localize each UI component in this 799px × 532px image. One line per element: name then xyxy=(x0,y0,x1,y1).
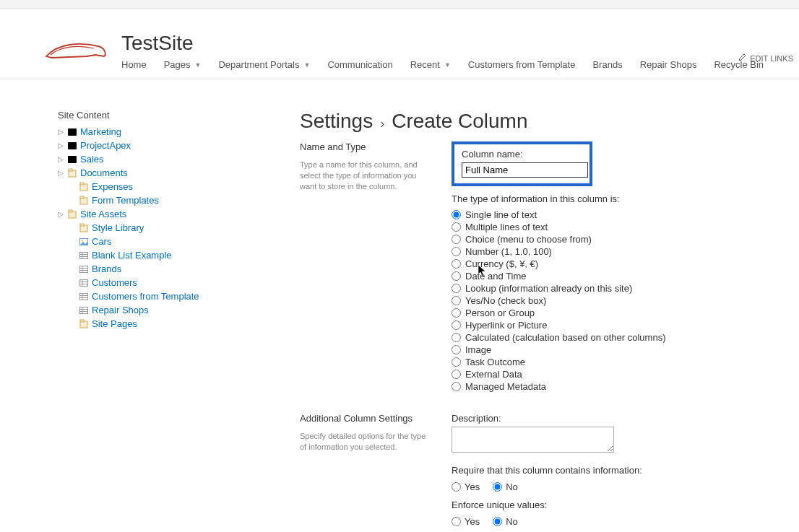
nav-node-sales[interactable]: ▷Sales xyxy=(58,152,213,166)
nav-node-repair-shops[interactable]: Repair Shops xyxy=(58,303,213,317)
expand-icon[interactable]: ▷ xyxy=(58,141,64,149)
require-yes-option[interactable]: Yes xyxy=(452,481,480,492)
column-type-radio[interactable] xyxy=(452,271,461,281)
column-type-option[interactable]: Task Outcome xyxy=(452,356,769,368)
section-subtitle: Type a name for this column, and select … xyxy=(300,160,430,192)
column-type-radio[interactable] xyxy=(452,333,461,342)
lib-icon xyxy=(79,196,89,206)
column-type-option[interactable]: Single line of text xyxy=(452,209,769,221)
column-type-radio[interactable] xyxy=(452,370,461,379)
nav-item-customers-from-template[interactable]: Customers from Template xyxy=(468,59,576,70)
require-no-label: No xyxy=(506,481,518,492)
ribbon-placeholder xyxy=(0,0,799,9)
unique-yes-option[interactable]: Yes xyxy=(452,516,480,527)
nav-item-repair-shops[interactable]: Repair Shops xyxy=(640,59,697,70)
site-title[interactable]: TestSite xyxy=(121,32,799,55)
subsite-icon xyxy=(67,127,77,137)
lib-icon xyxy=(67,209,77,219)
column-type-radio[interactable] xyxy=(452,382,461,391)
column-type-label: Currency ($, ¥, €) xyxy=(465,258,538,269)
site-header: TestSite HomePages▼Department Portals▼Co… xyxy=(0,9,799,70)
column-type-radio[interactable] xyxy=(452,320,461,330)
column-type-option[interactable]: Calculated (calculation based on other c… xyxy=(452,331,769,344)
column-type-radio[interactable] xyxy=(452,235,461,244)
nav-item-recent[interactable]: Recent▼ xyxy=(410,59,451,70)
description-textarea[interactable] xyxy=(452,427,614,453)
column-type-option[interactable]: Managed Metadata xyxy=(452,380,769,393)
unique-no-radio[interactable] xyxy=(493,517,502,526)
column-type-radio[interactable] xyxy=(452,296,461,305)
unique-no-option[interactable]: No xyxy=(493,516,518,527)
unique-yes-radio[interactable] xyxy=(452,517,461,526)
nav-item-department-portals[interactable]: Department Portals▼ xyxy=(218,59,310,70)
column-type-option[interactable]: Hyperlink or Picture xyxy=(452,319,769,331)
column-name-label: Column name: xyxy=(462,149,582,160)
expand-icon[interactable]: ▷ xyxy=(58,169,64,177)
list-icon xyxy=(79,305,89,315)
nav-node-site-pages[interactable]: Site Pages xyxy=(58,317,213,331)
nav-item-pages[interactable]: Pages▼ xyxy=(164,59,202,70)
require-no-radio[interactable] xyxy=(493,482,502,492)
nav-node-site-assets[interactable]: ▷Site Assets xyxy=(58,207,213,221)
require-yes-radio[interactable] xyxy=(452,482,461,492)
nav-node-customers[interactable]: Customers xyxy=(58,276,213,289)
column-type-label: Hyperlink or Picture xyxy=(465,320,547,331)
column-name-input[interactable] xyxy=(462,162,588,178)
column-type-option[interactable]: Lookup (information already on this site… xyxy=(452,282,769,295)
site-logo[interactable] xyxy=(43,30,108,70)
nav-node-style-library[interactable]: Style Library xyxy=(58,221,213,235)
column-type-label: Lookup (information already on this site… xyxy=(465,283,632,294)
nav-node-brands[interactable]: Brands xyxy=(58,262,213,276)
nav-item-communication[interactable]: Communication xyxy=(327,59,392,70)
column-type-label: Multiple lines of text xyxy=(465,222,548,232)
column-type-option[interactable]: Choice (menu to choose from) xyxy=(452,233,769,245)
svg-rect-12 xyxy=(80,183,84,185)
main-content: Settings › Create Column Name and Type T… xyxy=(300,110,769,532)
nav-item-home[interactable]: Home xyxy=(121,59,147,70)
nav-node-cars[interactable]: Cars xyxy=(58,235,213,248)
nav-node-documents[interactable]: ▷Documents xyxy=(58,166,213,180)
expand-icon[interactable]: ▷ xyxy=(58,128,64,136)
column-type-option[interactable]: Image xyxy=(452,344,769,356)
nav-node-blank-list-example[interactable]: Blank List Example xyxy=(58,248,213,262)
column-type-radio[interactable] xyxy=(452,222,461,232)
left-nav: Site Content ▷Marketing▷ProjectApex▷Sale… xyxy=(58,110,213,532)
column-type-radio[interactable] xyxy=(452,308,461,318)
require-label: Require that this column contains inform… xyxy=(452,465,769,476)
column-type-option[interactable]: Person or Group xyxy=(452,307,769,319)
lib-icon xyxy=(67,168,77,178)
svg-rect-1 xyxy=(69,129,70,131)
column-type-option[interactable]: External Data xyxy=(452,368,769,380)
column-type-radio[interactable] xyxy=(452,259,461,269)
expand-icon[interactable]: ▷ xyxy=(58,210,64,218)
column-type-label: Person or Group xyxy=(465,308,535,318)
nav-node-label: ProjectApex xyxy=(80,140,131,151)
nav-node-expenses[interactable]: Expenses xyxy=(58,180,213,193)
nav-node-form-templates[interactable]: Form Templates xyxy=(58,193,213,207)
require-no-option[interactable]: No xyxy=(493,481,518,492)
column-type-radio[interactable] xyxy=(452,284,461,293)
nav-node-marketing[interactable]: ▷Marketing xyxy=(58,125,213,139)
column-type-radio[interactable] xyxy=(452,345,461,354)
edit-links-button[interactable]: EDIT LINKS xyxy=(738,53,793,63)
nav-node-projectapex[interactable]: ▷ProjectApex xyxy=(58,139,213,152)
section-subtitle: Specify detailed options for the type of… xyxy=(300,431,430,453)
chevron-down-icon: ▼ xyxy=(303,61,310,69)
list-icon xyxy=(79,250,89,261)
column-type-option[interactable]: Number (1, 1.0, 100) xyxy=(452,245,769,258)
column-type-option[interactable]: Currency ($, ¥, €) xyxy=(452,258,769,270)
column-type-option[interactable]: Yes/No (check box) xyxy=(452,295,769,307)
column-type-option[interactable]: Multiple lines of text xyxy=(452,221,769,233)
column-type-option[interactable]: Date and Time xyxy=(452,270,769,282)
expand-icon[interactable]: ▷ xyxy=(58,155,64,163)
nav-node-customers-from-template[interactable]: Customers from Template xyxy=(58,289,213,303)
column-type-label: External Data xyxy=(465,369,522,380)
nav-item-label: Brands xyxy=(592,59,622,70)
column-type-radio-list: Single line of textMultiple lines of tex… xyxy=(452,209,769,393)
svg-rect-14 xyxy=(80,196,84,199)
breadcrumb-settings[interactable]: Settings xyxy=(300,110,373,133)
nav-item-brands[interactable]: Brands xyxy=(592,59,622,70)
column-type-radio[interactable] xyxy=(452,357,461,367)
column-type-radio[interactable] xyxy=(452,247,461,256)
column-type-radio[interactable] xyxy=(452,210,461,219)
